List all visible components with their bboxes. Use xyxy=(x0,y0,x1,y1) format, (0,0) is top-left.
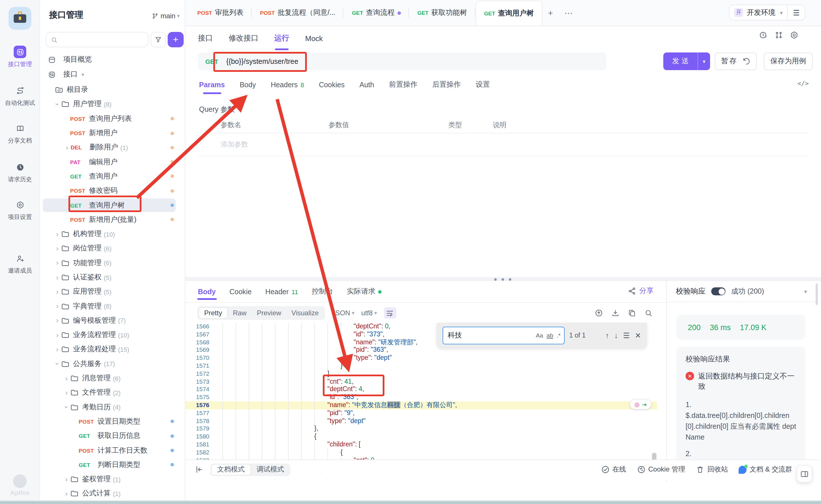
tree-folder-岗位管理[interactable]: ›岗位管理(6) xyxy=(40,241,185,256)
save-as-case-button[interactable]: 保存为用例 xyxy=(764,52,813,70)
panel-splitter[interactable]: ● ● ● xyxy=(185,277,821,281)
upload-icon[interactable] xyxy=(595,309,603,317)
code-line-1570[interactable]: 1570"type": "dept" xyxy=(185,354,657,362)
code-line-1573[interactable]: 1573"cnt": 41, xyxy=(185,378,657,386)
format-line-icon[interactable]: ⇥ xyxy=(642,401,647,407)
code-view-toggle[interactable]: </> xyxy=(797,80,809,87)
tree-folder-认证鉴权[interactable]: ›认证鉴权(5) xyxy=(40,270,185,285)
validation-toggle[interactable] xyxy=(711,287,726,295)
copy-icon[interactable] xyxy=(628,309,636,317)
view-mode-Raw[interactable]: Raw xyxy=(228,307,252,319)
sub-tab-设置[interactable]: 设置 xyxy=(476,80,490,90)
chevron-collapsed-icon[interactable]: › xyxy=(54,331,61,339)
sidebar-search-input[interactable] xyxy=(61,35,143,44)
send-button[interactable]: 发送 xyxy=(663,52,698,70)
tree-api-新增用户(批量)[interactable]: POST新增用户(批量) xyxy=(40,212,185,227)
open-tab-审批列表[interactable]: POST审批列表 xyxy=(189,0,252,26)
open-tab-批复流程（同意/...[interactable]: POST批复流程（同意/... xyxy=(252,0,344,26)
find-input[interactable] xyxy=(447,331,515,340)
chevron-collapsed-icon[interactable]: › xyxy=(54,288,61,296)
chevron-collapsed-icon[interactable]: › xyxy=(63,389,70,397)
response-tab-控制台[interactable]: 控制台 xyxy=(312,287,333,296)
code-line-1579[interactable]: 1579}, xyxy=(185,425,657,433)
bottom-item-文档 & 交流群[interactable]: 文档 & 交流群 xyxy=(739,465,792,474)
send-dropdown-button[interactable]: ▾ xyxy=(698,52,710,70)
tree-folder-字典管理[interactable]: ›字典管理(8) xyxy=(40,299,185,314)
sub-tab-Cookies[interactable]: Cookies xyxy=(319,81,344,89)
tree-api-新增用户[interactable]: POST新增用户 xyxy=(40,126,185,141)
chevron-collapsed-icon[interactable]: › xyxy=(63,490,70,498)
rail-item-share-doc[interactable]: 分享文档 xyxy=(0,122,40,145)
open-tab-查询用户树[interactable]: GET查询用户树 xyxy=(476,1,542,26)
history-edit-icon[interactable] xyxy=(759,31,768,39)
more-tabs-button[interactable]: ⋯ xyxy=(559,0,579,26)
mode-文档模式[interactable]: 文档模式 xyxy=(211,464,251,475)
add-param-row[interactable]: 添加参数 xyxy=(198,133,809,156)
code-line-1576[interactable]: 1576"name": "中竞发信息科技（合肥）有限公司", xyxy=(185,401,657,409)
project-avatar[interactable] xyxy=(9,7,31,30)
chevron-collapsed-icon[interactable]: › xyxy=(54,259,61,267)
code-line-1575[interactable]: 1575"id": "363", xyxy=(185,393,657,401)
chevron-collapsed-icon[interactable]: › xyxy=(63,374,70,382)
tree-folder-公共服务[interactable]: ›公共服务(17) xyxy=(40,357,185,371)
regex-icon[interactable]: .* xyxy=(557,332,561,339)
chevron-collapsed-icon[interactable]: › xyxy=(54,273,61,281)
rail-item-automation[interactable]: 自动化测试 xyxy=(0,84,40,107)
chevron-collapsed-icon[interactable]: › xyxy=(54,317,61,325)
tree-api-查询用户树[interactable]: GET查询用户树 xyxy=(40,198,185,213)
sub-tab-后置操作[interactable]: 后置操作 xyxy=(432,80,461,90)
tree-folder-鉴权管理[interactable]: ›鉴权管理(1) xyxy=(40,472,185,487)
tree-folder-文件管理[interactable]: ›文件管理(2) xyxy=(40,385,185,400)
find-next-icon[interactable]: ↓ xyxy=(614,331,618,340)
encoding-dropdown[interactable]: utf8▾ xyxy=(361,309,377,317)
target-icon[interactable] xyxy=(790,31,798,39)
find-prev-icon[interactable]: ↑ xyxy=(606,331,609,340)
rail-item-history[interactable]: 请求历史 xyxy=(0,161,40,184)
response-tab-Header[interactable]: Header11 xyxy=(265,288,298,296)
sub-tab-Auth[interactable]: Auth xyxy=(359,81,374,89)
chevron-expanded-icon[interactable]: › xyxy=(62,403,70,411)
response-tab-Cookie[interactable]: Cookie xyxy=(229,288,252,296)
layout-toggle-button[interactable] xyxy=(797,465,812,482)
rail-item-settings[interactable]: 项目设置 xyxy=(0,198,40,221)
code-line-1578[interactable]: 1578"type": "dept" xyxy=(185,417,657,425)
tree-folder-业务流程处理[interactable]: ›业务流程处理(15) xyxy=(40,342,185,357)
tree-api-查询用户[interactable]: GET查询用户 xyxy=(40,169,185,184)
tree-folder-编号模板管理[interactable]: ›编号模板管理(7) xyxy=(40,314,185,328)
code-line-1580[interactable]: 1580{ xyxy=(185,433,657,441)
response-tab-Body[interactable]: Body xyxy=(198,288,216,296)
add-tab-button[interactable]: + xyxy=(543,0,559,26)
sub-tab-Body[interactable]: Body xyxy=(239,81,256,89)
tree-folder-消息管理[interactable]: ›消息管理(6) xyxy=(40,371,185,386)
word-wrap-button[interactable] xyxy=(384,307,396,319)
editor-scrollbar[interactable] xyxy=(651,323,657,479)
tree-api-获取日历信息[interactable]: GET获取日历信息 xyxy=(40,429,185,443)
find-in-selection-icon[interactable]: ☰ xyxy=(623,331,630,340)
sub-tab-Params[interactable]: Params xyxy=(199,81,225,89)
chevron-expanded-icon[interactable]: › xyxy=(53,101,61,108)
chevron-collapsed-icon[interactable]: › xyxy=(63,144,71,152)
chevron-collapsed-icon[interactable]: › xyxy=(54,230,61,238)
download-icon[interactable] xyxy=(611,309,619,317)
view-mode-Pretty[interactable]: Pretty xyxy=(198,307,228,319)
request-tab-修改接口[interactable]: 修改接口 xyxy=(229,33,258,43)
tree-api-删除用户[interactable]: ›DEL删除用户(1) xyxy=(40,140,185,155)
view-mode-Preview[interactable]: Preview xyxy=(252,307,286,319)
code-line-1577[interactable]: 1577"pid": "9", xyxy=(185,409,657,417)
locate-schema-icon[interactable]: ◎ xyxy=(635,401,639,407)
code-line-1574[interactable]: 1574"deptCnt": 4, xyxy=(185,386,657,394)
bottom-item-回收站[interactable]: 回收站 xyxy=(696,465,728,474)
code-line-1572[interactable]: 1572], xyxy=(185,370,657,378)
request-tab-Mock[interactable]: Mock xyxy=(305,34,323,42)
rail-item-api[interactable]: 接口管理 xyxy=(0,46,40,68)
tree-folder-应用管理[interactable]: ›应用管理(5) xyxy=(40,284,185,299)
environment-selector[interactable]: 开 开发环境 ▾ ☰ xyxy=(729,5,805,21)
chevron-expanded-icon[interactable]: › xyxy=(53,360,61,368)
response-tab-实际请求[interactable]: 实际请求 xyxy=(347,287,381,296)
tree-folder-考勤日历[interactable]: ›考勤日历(4) xyxy=(40,400,185,414)
tree-api-查询用户列表[interactable]: POST查询用户列表 xyxy=(40,111,185,126)
open-tab-获取功能树[interactable]: GET获取功能树 xyxy=(409,0,476,26)
tree-folder-机构管理[interactable]: ›机构管理(10) xyxy=(40,227,185,241)
open-tab-查询流程[interactable]: GET查询流程 xyxy=(344,0,409,26)
tree-api-编辑用户[interactable]: PAT编辑用户 xyxy=(40,155,185,169)
